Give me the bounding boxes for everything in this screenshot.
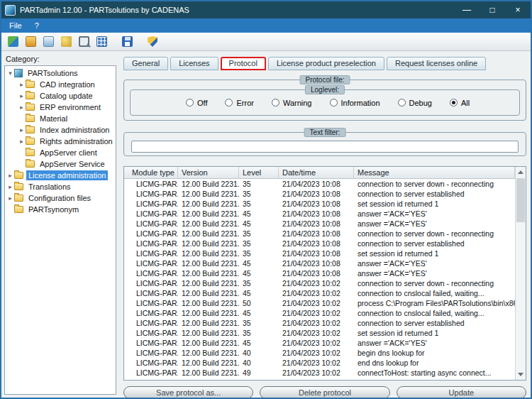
tree-item[interactable]: ▸Index administration <box>5 124 116 136</box>
table-scrollbar[interactable] <box>515 167 526 380</box>
tree-label-appserver-service[interactable]: AppServer Service <box>38 159 107 169</box>
tab-general[interactable]: General <box>123 57 168 70</box>
tree-item[interactable]: ▸ERP environment <box>5 102 116 113</box>
toolbar-install-icon[interactable] <box>40 34 56 50</box>
tree-item[interactable]: PARTsynonym <box>5 204 116 215</box>
column-header-module-type[interactable]: Module type <box>124 167 178 178</box>
table-row[interactable]: LICMG-PAR...12.00 Build 2231...4521/04/2… <box>124 308 515 318</box>
tree-label-material[interactable]: Material <box>38 114 70 124</box>
toolbar-sync-icon[interactable] <box>5 34 21 50</box>
tree-item[interactable]: ▸CAD integration <box>5 79 116 90</box>
table-row[interactable]: LICMG-PAR...12.00 Build 2231...5021/04/2… <box>124 298 515 308</box>
radio-label: Error <box>236 99 253 107</box>
column-header-date-time[interactable]: Date/time <box>279 167 354 178</box>
tree-label-partsolutions[interactable]: PARTsolutions <box>26 68 80 78</box>
tree-item[interactable]: ▸License administration <box>5 170 116 181</box>
tabs-bar: GeneralLicensesProtocolLicense product p… <box>122 57 528 70</box>
toolbar-package-icon[interactable] <box>23 34 38 50</box>
loglevel-radio-off[interactable]: Off <box>186 99 207 107</box>
loglevel-radio-warning[interactable]: Warning <box>272 99 312 107</box>
tree-label-catalog-update[interactable]: Catalog update <box>38 91 95 101</box>
table-row[interactable]: LICMG-PAR...12.00 Build 2231...3521/04/2… <box>124 199 515 209</box>
table-row[interactable]: LICMG-PAR...12.00 Build 2231...4521/04/2… <box>124 268 515 278</box>
tree-label-cad-integration[interactable]: CAD integration <box>38 80 97 89</box>
tree-item[interactable]: AppServer Service <box>5 158 116 170</box>
minimize-icon[interactable]: — <box>454 1 480 18</box>
tree-label-license-administration[interactable]: License administration <box>26 170 108 180</box>
toolbar-key-icon[interactable] <box>58 34 74 50</box>
menu-help[interactable]: ? <box>28 20 45 31</box>
table-row[interactable]: LICMG-PAR...12.00 Build 2231...4521/04/2… <box>124 338 515 348</box>
tree-expander-icon[interactable]: ▸ <box>18 104 26 111</box>
table-row[interactable]: LICMG-PAR...12.00 Build 2231...3521/04/2… <box>124 239 515 248</box>
tree-expander-icon[interactable]: ▸ <box>18 126 26 133</box>
close-icon[interactable]: × <box>505 1 531 18</box>
cell-module-type: LICMG-PAR... <box>124 179 178 189</box>
table-row[interactable]: LICMG-PAR...12.00 Build 2231...3521/04/2… <box>124 229 515 239</box>
update-button[interactable]: Update <box>397 386 526 399</box>
table-row[interactable]: LICMG-PAR...12.00 Build 2231...4521/04/2… <box>124 209 515 219</box>
menu-file[interactable]: File <box>3 20 28 31</box>
tree-label-translations[interactable]: Translations <box>26 182 73 192</box>
table-row[interactable]: LICMG-PAR...12.00 Build 2231...4921/04/2… <box>124 368 515 378</box>
table-row[interactable]: LICMG-PAR...12.00 Build 2231...3521/04/2… <box>124 278 515 288</box>
text-filter-input[interactable] <box>131 141 519 153</box>
tree-expander-icon[interactable]: ▸ <box>18 81 26 88</box>
table-row[interactable]: LICMG-PAR...12.00 Build 2231...4521/04/2… <box>124 258 515 268</box>
delete-protocol-button[interactable]: Delete protocol <box>260 386 389 399</box>
loglevel-radio-information[interactable]: Information <box>330 99 380 107</box>
tree-expander-icon[interactable]: ▸ <box>6 172 14 179</box>
save-protocol-as-button[interactable]: Save protocol as... <box>123 386 253 399</box>
cell-date-time: 21/04/2023 10:08 <box>279 219 354 229</box>
toolbar-search-icon[interactable] <box>76 34 92 50</box>
loglevel-radio-error[interactable]: Error <box>225 99 253 107</box>
toolbar-apps-icon[interactable] <box>94 34 109 50</box>
tree-label-configuration-files[interactable]: Configuration files <box>26 193 93 203</box>
tab-request-licenses-online[interactable]: Request licenses online <box>387 57 486 70</box>
table-row[interactable]: LICMG-PAR...12.00 Build 2231...3521/04/2… <box>124 179 515 189</box>
tree-item[interactable]: AppServer client <box>5 147 116 158</box>
table-row[interactable]: LICMG-PAR...12.00 Build 2231...4021/04/2… <box>124 358 515 368</box>
toolbar-save-icon[interactable] <box>119 34 135 50</box>
sidebar: Category: ▾PARTsolutions▸CAD integration… <box>4 54 116 395</box>
tree-label-index-administration[interactable]: Index administration <box>38 125 111 135</box>
tree-item[interactable]: Material <box>5 113 116 124</box>
table-row[interactable]: LICMG-PAR...12.00 Build 2231...3521/04/2… <box>124 318 515 328</box>
main-area: Category: ▾PARTsolutions▸CAD integration… <box>1 51 531 398</box>
tree-item[interactable]: ▾PARTsolutions <box>5 67 116 79</box>
column-header-version[interactable]: Version <box>178 167 239 178</box>
scroll-thumb[interactable] <box>516 178 525 222</box>
toolbar-shield-icon[interactable] <box>145 34 160 50</box>
tree-expander-icon[interactable]: ▸ <box>6 195 14 202</box>
tree-label-appserver-client[interactable]: AppServer client <box>38 148 99 158</box>
tree-expander-icon[interactable]: ▸ <box>6 183 14 190</box>
tab-license-product-preselection[interactable]: License product preselection <box>268 57 384 70</box>
tree-expander-icon[interactable]: ▸ <box>18 138 26 145</box>
table-row[interactable]: LICMG-PAR...12.00 Build 2231...4521/04/2… <box>124 288 515 298</box>
tree-label-partsynonym[interactable]: PARTsynonym <box>26 204 81 214</box>
table-row[interactable]: LICMG-PAR...12.00 Build 2231...4021/04/2… <box>124 348 515 358</box>
table-row[interactable]: LICMG-PAR...12.00 Build 2231...3521/04/2… <box>124 328 515 338</box>
column-header-level[interactable]: Level <box>239 167 279 178</box>
cell-level: 45 <box>239 268 279 278</box>
scroll-up-icon[interactable] <box>516 167 526 177</box>
loglevel-radio-all[interactable]: All <box>450 99 470 107</box>
table-row[interactable]: LICMG-PAR...12.00 Build 2231...4521/04/2… <box>124 219 515 229</box>
tab-licenses[interactable]: Licenses <box>170 57 218 70</box>
tab-protocol[interactable]: Protocol <box>221 57 266 70</box>
tree-label-rights-administration[interactable]: Rights administration <box>38 136 115 146</box>
loglevel-radio-debug[interactable]: Debug <box>398 99 432 107</box>
tree-label-erp-environment[interactable]: ERP environment <box>38 102 103 112</box>
tree-expander-icon[interactable]: ▸ <box>18 92 26 99</box>
tree-expander-icon[interactable]: ▾ <box>6 70 14 77</box>
tree-item[interactable]: ▸Catalog update <box>5 90 116 102</box>
tree-item[interactable]: ▸Configuration files <box>5 192 116 204</box>
tree-item[interactable]: ▸Rights administration <box>5 136 116 147</box>
column-header-message[interactable]: Message <box>354 167 515 178</box>
table-row[interactable]: LICMG-PAR...12.00 Build 2231...3521/04/2… <box>124 189 515 199</box>
scroll-down-icon[interactable] <box>516 369 526 380</box>
table-row[interactable]: LICMG-PAR...12.00 Build 2231...3521/04/2… <box>124 248 515 258</box>
maximize-icon[interactable]: □ <box>480 1 505 18</box>
cell-message: connection to server established <box>354 318 515 328</box>
tree-item[interactable]: ▸Translations <box>5 181 116 192</box>
